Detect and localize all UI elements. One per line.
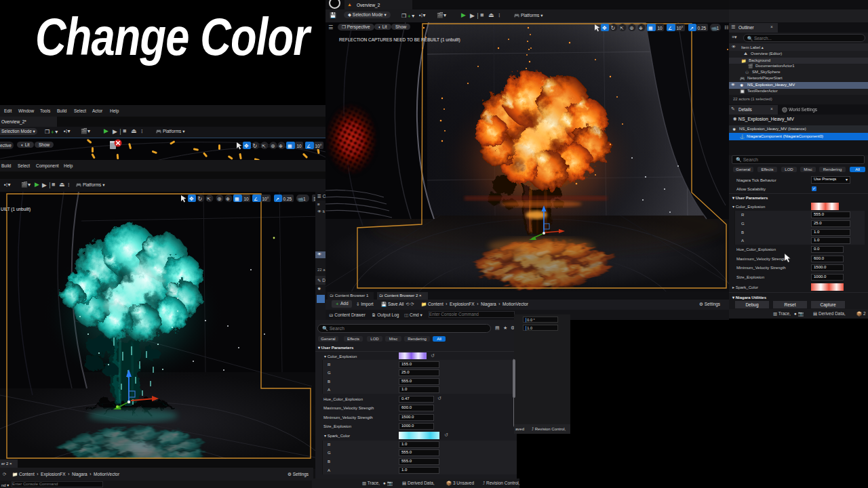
svg-text:10: 10: [297, 144, 302, 148]
svg-text:10°: 10°: [262, 197, 269, 201]
svg-text:⇱: ⇱: [620, 26, 624, 30]
svg-text:∠: ∠: [307, 144, 311, 148]
svg-text:↗: ↗: [690, 26, 694, 30]
svg-text:▦: ▦: [648, 26, 653, 30]
svg-text:10: 10: [244, 197, 250, 201]
svg-text:⇱: ⇱: [262, 144, 266, 148]
svg-text:↻: ↻: [611, 25, 616, 31]
svg-text:↗: ↗: [275, 197, 279, 201]
svg-text:❉: ❉: [639, 26, 643, 30]
svg-text:∠: ∠: [668, 26, 672, 30]
svg-text:▦: ▦: [235, 197, 239, 201]
svg-text:UILT (1 unbuilt): UILT (1 unbuilt): [1, 207, 31, 212]
svg-text:10: 10: [658, 26, 663, 30]
svg-text:📹1: 📹1: [711, 25, 719, 31]
svg-text:✥: ✥: [602, 25, 607, 31]
svg-text:0.25: 0.25: [283, 197, 292, 201]
svg-text:⊕: ⊕: [629, 25, 634, 31]
svg-text:⊕: ⊕: [271, 143, 275, 149]
svg-text:10°: 10°: [315, 144, 322, 148]
svg-text:✥: ✥: [244, 143, 249, 149]
svg-text:↻: ↻: [253, 143, 258, 149]
svg-text:0.25: 0.25: [698, 26, 707, 30]
svg-text:✥: ✥: [189, 196, 194, 202]
svg-text:10°: 10°: [677, 26, 684, 30]
svg-text:⇱: ⇱: [207, 197, 211, 201]
svg-text:❉: ❉: [226, 197, 230, 201]
svg-text:▦: ▦: [288, 144, 292, 148]
svg-text:∠: ∠: [254, 197, 258, 201]
svg-text:❉: ❉: [279, 144, 283, 148]
svg-text:📹1: 📹1: [298, 196, 306, 202]
svg-text:↻: ↻: [198, 196, 203, 202]
svg-text:⊕: ⊕: [217, 196, 222, 202]
